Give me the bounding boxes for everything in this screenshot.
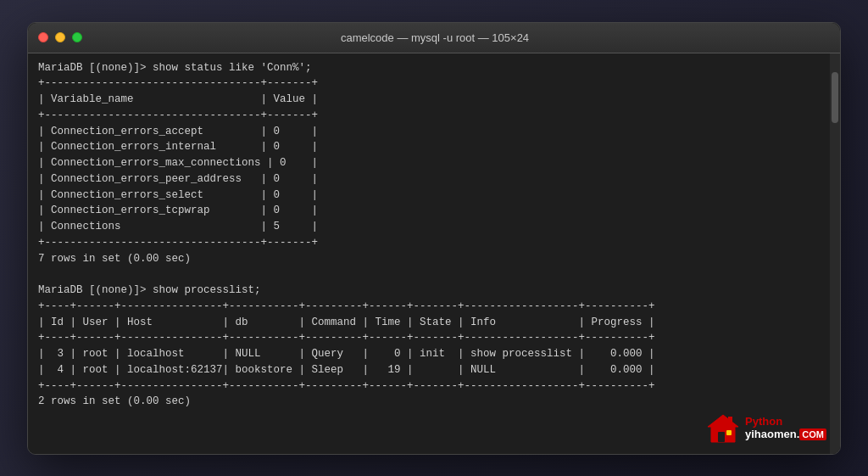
terminal-window: camelcode — mysql -u root — 105×24 Maria… xyxy=(27,22,841,455)
svg-rect-1 xyxy=(718,432,725,442)
watermark-site: yihaomen.COM xyxy=(745,428,826,440)
maximize-button[interactable] xyxy=(72,32,82,42)
close-button[interactable] xyxy=(38,32,48,42)
minimize-button[interactable] xyxy=(55,32,65,42)
site-name: yihaomen. xyxy=(745,428,799,440)
scrollbar[interactable] xyxy=(830,53,840,454)
house-icon xyxy=(706,413,740,444)
svg-rect-2 xyxy=(726,430,732,435)
terminal-content[interactable]: MariaDB [(none)]> show status like 'Conn… xyxy=(28,53,830,454)
watermark-logo xyxy=(706,413,740,444)
titlebar: camelcode — mysql -u root — 105×24 xyxy=(28,23,840,53)
watermark-text: Python yihaomen.COM xyxy=(745,416,826,440)
com-label: COM xyxy=(799,428,826,440)
window-title: camelcode — mysql -u root — 105×24 xyxy=(82,31,787,44)
svg-rect-3 xyxy=(728,417,732,423)
watermark: Python yihaomen.COM xyxy=(706,413,826,444)
python-label: Python xyxy=(745,416,826,428)
terminal-body: MariaDB [(none)]> show status like 'Conn… xyxy=(28,53,840,454)
traffic-lights xyxy=(38,32,82,42)
scrollbar-thumb[interactable] xyxy=(832,72,838,123)
